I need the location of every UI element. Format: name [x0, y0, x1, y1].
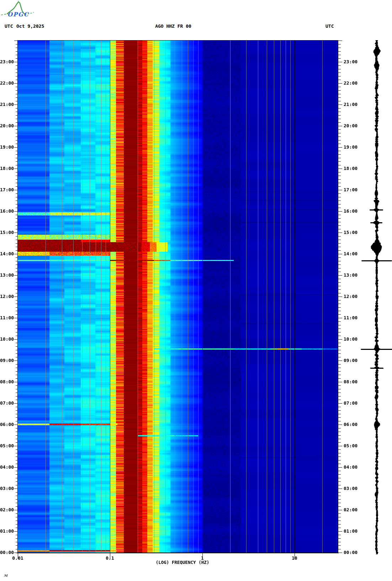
- hour-label-left: 22:00: [0, 80, 14, 86]
- hour-label-left: 01:00: [0, 528, 14, 534]
- hour-label-right: 04:00: [344, 464, 357, 470]
- hour-label-left: 00:00: [0, 550, 14, 555]
- hour-label-right: 03:00: [344, 486, 357, 491]
- hour-label-right: 05:00: [344, 443, 357, 448]
- hour-label-left: 15:00: [0, 230, 14, 235]
- hour-label-right: 12:00: [344, 294, 357, 299]
- hour-label-left: 09:00: [0, 358, 14, 363]
- freq-tick-label: 10: [280, 555, 309, 561]
- hour-label-left: 14:00: [0, 251, 14, 256]
- hour-label-right: 17:00: [344, 187, 357, 192]
- hour-label-left: 06:00: [0, 422, 14, 427]
- hour-label-right: 22:00: [344, 80, 357, 86]
- hour-label-right: 07:00: [344, 400, 357, 406]
- hour-label-left: 08:00: [0, 379, 14, 384]
- hour-label-right: 19:00: [344, 144, 357, 150]
- hour-label-right: 23:00: [344, 59, 357, 64]
- hour-label-left: 23:00: [0, 59, 14, 64]
- seismogram-trace-canvas: [359, 40, 392, 554]
- hour-label-right: 02:00: [344, 507, 357, 512]
- hour-label-right: 01:00: [344, 528, 357, 534]
- hour-label-right: 20:00: [344, 123, 357, 128]
- hour-label-left: 04:00: [0, 464, 14, 470]
- hour-label-left: 11:00: [0, 315, 14, 320]
- hour-label-right: 08:00: [344, 379, 357, 384]
- hour-label-left: 13:00: [0, 272, 14, 278]
- hour-label-left: 17:00: [0, 187, 14, 192]
- x-axis-title: (LOG) FREQUENCY (HZ): [117, 560, 248, 565]
- hour-label-left: 18:00: [0, 166, 14, 171]
- hour-label-right: 16:00: [344, 208, 357, 214]
- hour-label-left: 02:00: [0, 507, 14, 512]
- watermark: M: [4, 574, 7, 577]
- hour-label-right: 11:00: [344, 315, 357, 320]
- hour-label-left: 19:00: [0, 144, 14, 150]
- hour-label-left: 21:00: [0, 102, 14, 107]
- hour-label-right: 21:00: [344, 102, 357, 107]
- hour-label-left: 07:00: [0, 400, 14, 406]
- hour-label-right: 09:00: [344, 358, 357, 363]
- hour-label-right: 15:00: [344, 230, 357, 235]
- hour-label-left: 10:00: [0, 336, 14, 342]
- freq-tick-label: 0.01: [4, 555, 32, 561]
- hour-label-right: 13:00: [344, 272, 357, 278]
- hour-label-left: 12:00: [0, 294, 14, 299]
- spectrogram-page: OPGC UTC Oct 9,2025 AGO HHZ FR 00 UTC 00…: [0, 0, 392, 581]
- hour-label-left: 03:00: [0, 486, 14, 491]
- hour-label-right: 14:00: [344, 251, 357, 256]
- hour-label-left: 20:00: [0, 123, 14, 128]
- hour-label-left: 16:00: [0, 208, 14, 214]
- hour-label-left: 05:00: [0, 443, 14, 448]
- spectrogram-heatmap-canvas: [18, 41, 338, 553]
- hour-label-right: 10:00: [344, 336, 357, 342]
- hour-label-right: 18:00: [344, 166, 357, 171]
- hour-label-right: 00:00: [344, 550, 357, 555]
- hour-label-right: 06:00: [344, 422, 357, 427]
